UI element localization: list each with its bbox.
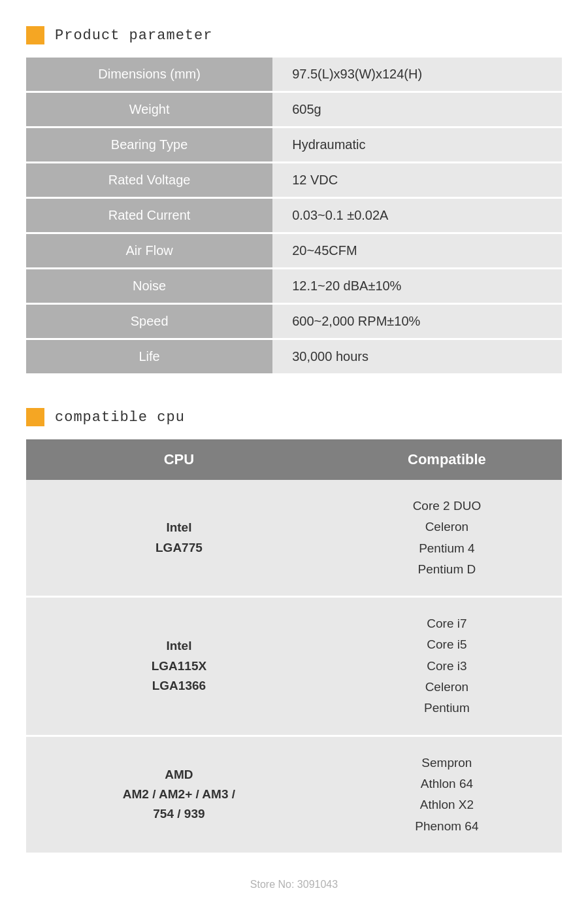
- param-label: Dimensions (mm): [26, 58, 272, 92]
- param-label: Bearing Type: [26, 127, 272, 163]
- cpu-name-cell: IntelLGA115XLGA1366: [26, 597, 332, 736]
- param-row: Weight 605g: [26, 92, 562, 127]
- cpu-compat-table: CPU Compatible IntelLGA775 Core 2 DUOCel…: [26, 439, 562, 855]
- store-watermark: Store No: 3091043: [250, 879, 338, 891]
- product-param-table: Dimensions (mm) 97.5(L)x93(W)x124(H) Wei…: [26, 58, 562, 375]
- param-row: Life 30,000 hours: [26, 339, 562, 375]
- param-value: 600~2,000 RPM±10%: [272, 304, 562, 339]
- compatible-cell: Core i7Core i5Core i3CeleronPentium: [332, 597, 562, 736]
- param-value: Hydraumatic: [272, 127, 562, 163]
- param-value: 97.5(L)x93(W)x124(H): [272, 58, 562, 92]
- param-row: Bearing Type Hydraumatic: [26, 127, 562, 163]
- param-value: 12 VDC: [272, 163, 562, 198]
- section1-title: Product parameter: [55, 27, 212, 44]
- param-label: Air Flow: [26, 233, 272, 269]
- param-row: Rated Voltage 12 VDC: [26, 163, 562, 198]
- param-label: Speed: [26, 304, 272, 339]
- section1-icon: [26, 26, 44, 44]
- param-value: 30,000 hours: [272, 339, 562, 375]
- section1-header: Product parameter: [26, 26, 562, 44]
- cpu-header-cpu: CPU: [26, 439, 332, 480]
- section2-icon: [26, 408, 44, 426]
- param-row: Dimensions (mm) 97.5(L)x93(W)x124(H): [26, 58, 562, 92]
- cpu-row: AMDAM2 / AM2+ / AM3 /754 / 939 SempronAt…: [26, 736, 562, 853]
- param-value: 0.03~0.1 ±0.02A: [272, 198, 562, 233]
- param-value: 605g: [272, 92, 562, 127]
- param-row: Noise 12.1~20 dBA±10%: [26, 269, 562, 304]
- param-label: Rated Voltage: [26, 163, 272, 198]
- param-label: Noise: [26, 269, 272, 304]
- compatible-cell: SempronAthlon 64Athlon X2Phenom 64: [332, 736, 562, 853]
- cpu-name-cell: IntelLGA775: [26, 480, 332, 597]
- param-label: Rated Current: [26, 198, 272, 233]
- param-label: Weight: [26, 92, 272, 127]
- cpu-table-header-row: CPU Compatible: [26, 439, 562, 480]
- cpu-name-cell: AMDAM2 / AM2+ / AM3 /754 / 939: [26, 736, 332, 853]
- param-row: Air Flow 20~45CFM: [26, 233, 562, 269]
- param-row: Rated Current 0.03~0.1 ±0.02A: [26, 198, 562, 233]
- param-value: 12.1~20 dBA±10%: [272, 269, 562, 304]
- section2-title: compatible cpu: [55, 409, 185, 426]
- cpu-row: IntelLGA775 Core 2 DUOCeleronPentium 4Pe…: [26, 480, 562, 597]
- compatible-cell: Core 2 DUOCeleronPentium 4Pentium D: [332, 480, 562, 597]
- cpu-table-wrapper: Store No: 3091043 CPU Compatible IntelLG…: [26, 439, 562, 855]
- param-row: Speed 600~2,000 RPM±10%: [26, 304, 562, 339]
- cpu-header-compatible: Compatible: [332, 439, 562, 480]
- param-value: 20~45CFM: [272, 233, 562, 269]
- param-label: Life: [26, 339, 272, 375]
- section2-header: compatible cpu: [26, 408, 562, 426]
- cpu-row: IntelLGA115XLGA1366 Core i7Core i5Core i…: [26, 597, 562, 736]
